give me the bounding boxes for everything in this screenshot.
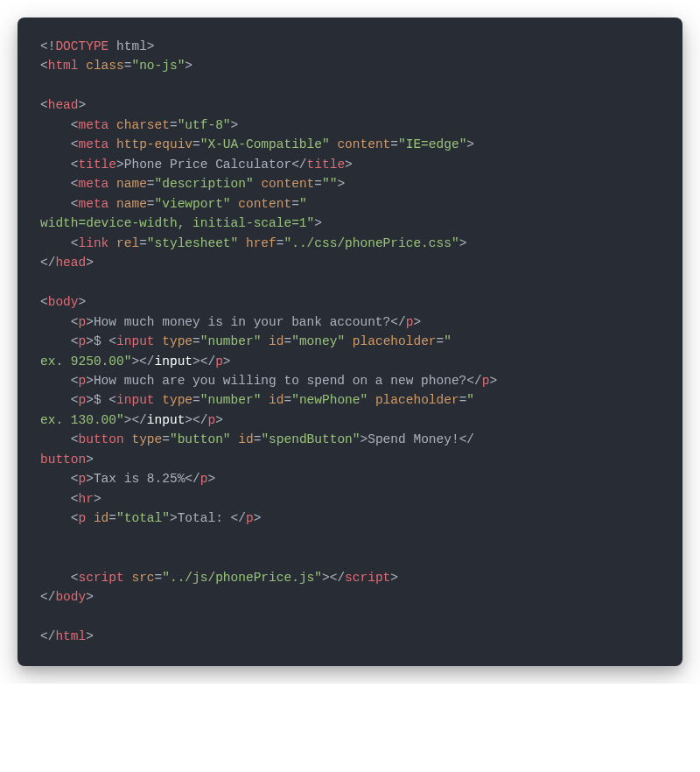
line-10: <link rel="stylesheet" href="../css/phon…: [40, 236, 466, 250]
line-18: <button type="button" id="spendButton">S…: [40, 432, 474, 466]
line-1: <!DOCTYPE html>: [40, 39, 155, 53]
line-16: <p>How much are you willing to spend on …: [40, 374, 497, 388]
line-13: <body>: [40, 295, 86, 309]
line-9: <meta name="viewport" content=" width=de…: [40, 197, 322, 230]
line-7: <title>Phone Price Calculator</title>: [40, 158, 353, 172]
line-21: <p id="total">Total: </p>: [40, 511, 261, 525]
line-17: <p>$ <input type="number" id="newPhone" …: [40, 393, 474, 426]
line-26: </html>: [40, 629, 94, 643]
line-19: <p>Tax is 8.25%</p>: [40, 472, 215, 486]
line-23: <script src="../js/phonePrice.js"></scri…: [40, 571, 398, 585]
line-4: <head>: [40, 98, 86, 112]
line-24: </body>: [40, 590, 94, 604]
line-11: </head>: [40, 256, 94, 270]
line-15: <p>$ <input type="number" id="money" pla…: [40, 334, 452, 368]
line-8: <meta name="description" content="">: [40, 177, 345, 191]
line-20: <hr>: [40, 492, 102, 506]
line-5: <meta charset="utf-8">: [40, 118, 238, 132]
line-6: <meta http-equiv="X-UA-Compatible" conte…: [40, 137, 474, 151]
code-block: <!DOCTYPE html> <html class="no-js"> <he…: [18, 18, 682, 666]
code-content: <!DOCTYPE html> <html class="no-js"> <he…: [40, 37, 660, 647]
line-14: <p>How much money is in your bank accoun…: [40, 315, 421, 329]
line-2: <html class="no-js">: [40, 59, 192, 73]
